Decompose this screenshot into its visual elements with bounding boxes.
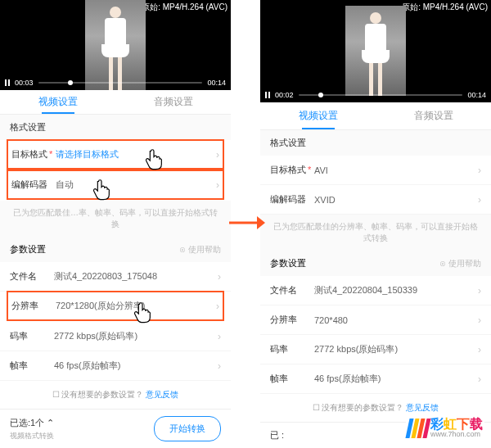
video-player[interactable]: 原始: MP4/H.264 (AVC) 00:02 00:14 bbox=[260, 0, 491, 102]
chevron-right-icon: › bbox=[218, 331, 221, 342]
video-controls: 00:03 00:14 bbox=[5, 79, 226, 87]
chevron-right-icon: › bbox=[478, 373, 481, 385]
chevron-right-icon: › bbox=[218, 360, 221, 372]
value-filename: 测试4_20220804_150339 bbox=[314, 284, 478, 296]
time-total: 00:14 bbox=[207, 79, 226, 87]
time-total: 00:14 bbox=[467, 91, 486, 99]
row-framerate[interactable]: 帧率 46 fps(原始帧率) › bbox=[0, 351, 231, 381]
feedback-bar: ☐ 没有想要的参数设置？ 意见反馈 bbox=[0, 381, 231, 409]
tab-audio[interactable]: 音频设置 bbox=[376, 102, 491, 129]
tip-text: 已为您匹配最佳的分辨率、帧率、码率，可以直接开始格式转换 bbox=[260, 215, 491, 251]
pause-icon[interactable] bbox=[265, 92, 270, 98]
phone-right: 原始: MP4/H.264 (AVC) 00:02 00:14 视频设置 音频设… bbox=[260, 0, 491, 448]
row-target-format[interactable]: 目标格式* 请选择目标格式 › bbox=[7, 139, 224, 170]
footer-bar: 已选:1个 ⌃ 视频格式转换 开始转换 bbox=[0, 409, 231, 448]
row-filename[interactable]: 文件名 测试4_20220804_150339 › bbox=[260, 276, 491, 305]
chevron-right-icon: › bbox=[218, 271, 221, 283]
arrow-right-icon bbox=[229, 213, 265, 236]
chevron-right-icon: › bbox=[478, 344, 481, 355]
value-target-format: AVI bbox=[314, 165, 478, 175]
selected-count[interactable]: 已选:1个 ⌃ bbox=[10, 417, 54, 429]
label-framerate: 帧率 bbox=[270, 373, 314, 385]
section-params: 参数设置 bbox=[10, 243, 46, 256]
label-codec: 编解码器 bbox=[270, 193, 314, 206]
value-bitrate: 2772 kbps(原始码率) bbox=[54, 330, 218, 342]
row-resolution[interactable]: 分辨率 720*1280(原始分辨率) › bbox=[7, 291, 224, 321]
video-format-label: 原始: MP4/H.264 (AVC) bbox=[402, 2, 488, 13]
value-resolution: 720*1280(原始分辨率) bbox=[56, 300, 216, 312]
section-format: 格式设置 bbox=[260, 130, 491, 156]
chevron-right-icon: › bbox=[216, 149, 219, 161]
label-resolution: 分辨率 bbox=[11, 300, 56, 312]
convert-button[interactable]: 开始转换 bbox=[154, 416, 221, 441]
logo-url: www.7hon.com bbox=[430, 431, 483, 438]
video-thumbnail bbox=[85, 0, 146, 90]
label-filename: 文件名 bbox=[270, 284, 314, 296]
section-params: 参数设置 bbox=[270, 257, 306, 269]
row-bitrate[interactable]: 码率 2772 kbps(原始码率) › bbox=[260, 335, 491, 364]
value-bitrate: 2772 kbps(原始码率) bbox=[314, 343, 478, 355]
row-target-format[interactable]: 目标格式* AVI › bbox=[260, 156, 491, 185]
value-framerate: 46 fps(原始帧率) bbox=[314, 373, 478, 385]
label-codec: 编解码器 bbox=[11, 179, 56, 191]
label-target-format: 目标格式* bbox=[270, 164, 314, 176]
value-filename: 测试4_20220803_175048 bbox=[54, 270, 218, 283]
progress-bar[interactable] bbox=[299, 94, 463, 96]
feedback-link[interactable]: 意见反馈 bbox=[406, 403, 439, 412]
value-resolution: 720*480 bbox=[314, 315, 478, 325]
selected-count[interactable]: 已 : bbox=[270, 429, 284, 441]
chevron-right-icon: › bbox=[478, 165, 481, 176]
value-target-format: 请选择目标格式 bbox=[56, 148, 216, 161]
site-logo: 彩虹下载 www.7hon.com bbox=[406, 416, 484, 440]
label-target-format: 目标格式* bbox=[11, 148, 56, 161]
chevron-right-icon: › bbox=[216, 179, 219, 191]
pause-icon[interactable] bbox=[5, 79, 10, 86]
value-codec: 自动 bbox=[56, 179, 216, 191]
row-filename[interactable]: 文件名 测试4_20220803_175048 › bbox=[0, 262, 231, 292]
help-link[interactable]: ⊙ 使用帮助 bbox=[439, 258, 481, 269]
tip-text: 已为您匹配最佳…率、帧率、码率，可以直接开始格式转换 bbox=[0, 201, 231, 237]
time-current: 00:03 bbox=[15, 79, 34, 87]
chevron-right-icon: › bbox=[478, 194, 481, 206]
video-format-label: 原始: MP4/H.264 (AVC) bbox=[142, 2, 227, 13]
tab-audio[interactable]: 音频设置 bbox=[115, 90, 231, 114]
value-codec: XVID bbox=[314, 195, 478, 205]
row-bitrate[interactable]: 码率 2772 kbps(原始码率) › bbox=[0, 322, 231, 351]
progress-bar[interactable] bbox=[38, 82, 203, 84]
chevron-right-icon: › bbox=[216, 301, 219, 312]
label-bitrate: 码率 bbox=[10, 330, 54, 342]
label-resolution: 分辨率 bbox=[270, 314, 314, 326]
label-filename: 文件名 bbox=[10, 270, 54, 283]
tab-video[interactable]: 视频设置 bbox=[260, 102, 376, 129]
video-player[interactable]: 原始: MP4/H.264 (AVC) 00:03 00:14 bbox=[0, 0, 231, 90]
svg-marker-1 bbox=[257, 216, 265, 229]
row-codec[interactable]: 编解码器 自动 › bbox=[7, 170, 224, 200]
logo-text: 彩虹下载 bbox=[430, 418, 483, 431]
value-framerate: 46 fps(原始帧率) bbox=[54, 360, 218, 372]
label-bitrate: 码率 bbox=[270, 343, 314, 355]
logo-icon bbox=[408, 419, 429, 438]
settings-tabs: 视频设置 音频设置 bbox=[0, 90, 231, 115]
chevron-right-icon: › bbox=[478, 315, 481, 326]
time-current: 00:02 bbox=[275, 91, 294, 99]
section-format: 格式设置 bbox=[0, 115, 231, 140]
phone-left: 原始: MP4/H.264 (AVC) 00:03 00:14 视频设置 音频设… bbox=[0, 0, 231, 448]
row-framerate[interactable]: 帧率 46 fps(原始帧率) › bbox=[260, 364, 491, 394]
feedback-link[interactable]: 意见反馈 bbox=[146, 390, 178, 399]
label-framerate: 帧率 bbox=[10, 360, 54, 372]
row-codec[interactable]: 编解码器 XVID › bbox=[260, 185, 491, 215]
video-controls: 00:02 00:14 bbox=[265, 91, 486, 99]
settings-tabs: 视频设置 音频设置 bbox=[260, 102, 491, 130]
row-resolution[interactable]: 分辨率 720*480 › bbox=[260, 305, 491, 335]
selected-sub: 视频格式转换 bbox=[10, 431, 54, 441]
tab-video[interactable]: 视频设置 bbox=[0, 90, 115, 114]
video-thumbnail bbox=[345, 6, 406, 96]
help-link[interactable]: ⊙ 使用帮助 bbox=[179, 244, 221, 256]
chevron-right-icon: › bbox=[478, 285, 481, 296]
